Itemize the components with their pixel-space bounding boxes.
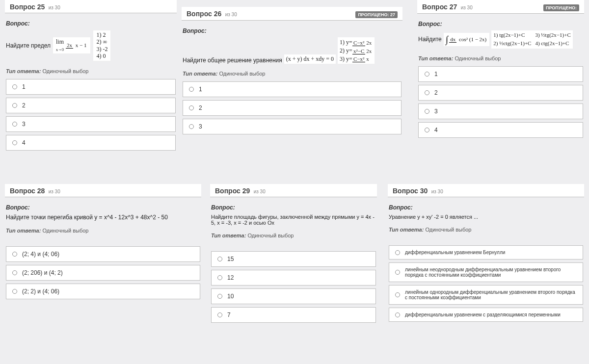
q25-option-3[interactable]: 3 bbox=[6, 116, 176, 132]
skipped-badge: ПРОПУЩЕНО: 27 bbox=[355, 11, 398, 18]
radio-icon bbox=[217, 294, 222, 299]
q30-option-3[interactable]: линейным однородным дифференциальным ура… bbox=[389, 285, 583, 305]
q26-text: Найдите общее решение уравнения bbox=[183, 57, 282, 64]
q27-answers: 1) tg(2x−1)+C3) ½tg(2x−1)+C 2) ½ctg(2x−1… bbox=[491, 30, 572, 49]
q27-prompt: Найдите ∫ dx cos² (1 − 2x) 1) tg(2x−1)+C… bbox=[418, 30, 583, 49]
q29-option-2[interactable]: 12 bbox=[211, 270, 376, 286]
radio-icon bbox=[217, 275, 222, 280]
radio-icon bbox=[425, 109, 429, 114]
q26-option-1[interactable]: 1 bbox=[183, 81, 402, 97]
q30-prompt: Уравнение y + xy' -2 = 0 является ... bbox=[389, 214, 583, 220]
q26-prompt: Найдите общее решение уравнения (x + y) … bbox=[183, 37, 402, 64]
q25-option-2[interactable]: 2 bbox=[6, 98, 176, 113]
q27-option-2[interactable]: 2 bbox=[418, 85, 583, 101]
q25-answers: 1) 2 2) ∞ 3) -2 4) 0 bbox=[93, 30, 111, 61]
question-label: Вопрос: bbox=[6, 20, 176, 27]
q26-number: Вопрос 26 bbox=[187, 10, 221, 18]
radio-icon bbox=[189, 124, 194, 129]
radio-icon bbox=[395, 270, 400, 275]
q27-of: из 30 bbox=[461, 5, 473, 10]
q30-of: из 30 bbox=[431, 189, 443, 194]
q26-header: Вопрос 26 из 30 ПРОПУЩЕНО: 27 bbox=[182, 7, 402, 21]
q29-header: Вопрос 29 из 30 bbox=[210, 184, 377, 197]
q26-option-2[interactable]: 2 bbox=[183, 100, 402, 116]
q29-prompt: Найдите площадь фигуры, заключенной межд… bbox=[211, 214, 376, 226]
answer-type-row: Тип ответа: Одиночный выбор bbox=[6, 228, 200, 234]
radio-icon bbox=[425, 128, 429, 132]
answer-type-row: Тип ответа: Одиночный выбор bbox=[211, 233, 376, 238]
q26-answers: 1) y=C−x²2x 2) y=x²−C2x 3) y=C−x²x bbox=[338, 37, 375, 64]
q26-of: из 30 bbox=[225, 12, 237, 17]
q30-option-4[interactable]: дифференциальным уравнением с разделяющи… bbox=[389, 308, 583, 322]
q28-number: Вопрос 28 bbox=[10, 187, 45, 195]
q27-option-3[interactable]: 3 bbox=[418, 104, 583, 119]
radio-icon bbox=[189, 105, 194, 110]
q28-option-2[interactable]: (2; 206) и (4; 2) bbox=[6, 265, 200, 281]
q25-limit: lim x→0 2x x − 1 bbox=[53, 37, 91, 54]
q27-number: Вопрос 27 bbox=[422, 3, 457, 11]
radio-icon bbox=[12, 84, 17, 89]
radio-icon bbox=[12, 270, 17, 275]
q25-option-1[interactable]: 1 bbox=[6, 79, 176, 95]
radio-icon bbox=[12, 252, 17, 257]
radio-icon bbox=[12, 103, 17, 108]
q28-option-3[interactable]: (2; 2) и (4; 06) bbox=[6, 284, 200, 299]
q25-of: из 30 bbox=[49, 5, 60, 10]
q26-option-3[interactable]: 3 bbox=[183, 119, 402, 134]
answer-type-row: Тип ответа: Одиночный выбор bbox=[418, 55, 583, 61]
q28-header: Вопрос 28 из 30 bbox=[5, 184, 201, 197]
radio-icon bbox=[12, 122, 17, 127]
q25-prompt: Найдите предел lim x→0 2x x − 1 1) 2 2) … bbox=[6, 30, 176, 61]
radio-icon bbox=[425, 90, 429, 95]
q27-text: Найдите bbox=[418, 36, 442, 43]
radio-icon bbox=[12, 140, 17, 145]
radio-icon bbox=[395, 292, 400, 297]
q29-option-4[interactable]: 7 bbox=[211, 307, 376, 323]
question-label: Вопрос: bbox=[418, 21, 583, 27]
q29-option-1[interactable]: 15 bbox=[211, 251, 376, 267]
q28-prompt: Найдите точки перегиба кривой y = x^4 - … bbox=[6, 214, 200, 221]
radio-icon bbox=[217, 312, 222, 317]
q28-option-1[interactable]: (2; 4) и (4; 06) bbox=[6, 246, 200, 262]
radio-icon bbox=[395, 250, 400, 255]
q28-of: из 30 bbox=[49, 189, 60, 194]
radio-icon bbox=[189, 87, 194, 92]
q30-number: Вопрос 30 bbox=[393, 187, 428, 195]
skipped-badge: ПРОПУЩЕНО: bbox=[543, 4, 579, 11]
answer-type-row: Тип ответа: Одиночный выбор bbox=[389, 227, 583, 233]
question-label: Вопрос: bbox=[6, 204, 200, 211]
question-label: Вопрос: bbox=[389, 204, 583, 211]
q29-number: Вопрос 29 bbox=[215, 187, 250, 195]
q29-option-3[interactable]: 10 bbox=[211, 288, 376, 304]
radio-icon bbox=[217, 257, 222, 261]
q25-option-4[interactable]: 4 bbox=[6, 135, 176, 151]
q25-header: Вопрос 25 из 30 bbox=[5, 0, 177, 13]
question-label: Вопрос: bbox=[211, 204, 376, 211]
radio-icon bbox=[12, 289, 17, 294]
question-25-panel: Вопрос 25 из 30 Вопрос: Найдите предел l… bbox=[0, 0, 182, 156]
question-28-panel: Вопрос 28 из 30 Вопрос: Найдите точки пе… bbox=[0, 184, 206, 305]
q30-option-1[interactable]: дифференциальным уравнением Бернулли bbox=[389, 245, 583, 260]
q30-header: Вопрос 30 из 30 bbox=[388, 184, 584, 197]
question-27-panel: Вопрос 27 из 30 ПРОПУЩЕНО: Вопрос: Найди… bbox=[412, 0, 589, 144]
question-30-panel: Вопрос 30 из 30 Вопрос: Уравнение y + xy… bbox=[383, 184, 589, 328]
radio-icon bbox=[395, 312, 400, 317]
q26-equation: (x + y) dx + xdy = 0 bbox=[284, 54, 336, 64]
question-label: Вопрос: bbox=[183, 27, 402, 34]
answer-type-row: Тип ответа: Одиночный выбор bbox=[183, 71, 402, 77]
q29-of: из 30 bbox=[254, 189, 266, 194]
q30-option-2[interactable]: линейным неоднородным дифференциальным у… bbox=[389, 262, 583, 282]
q25-number: Вопрос 25 bbox=[10, 3, 45, 11]
q27-integral: ∫ dx cos² (1 − 2x) bbox=[444, 33, 489, 46]
q27-option-4[interactable]: 4 bbox=[418, 122, 583, 138]
q27-header: Вопрос 27 из 30 ПРОПУЩЕНО: bbox=[417, 0, 584, 14]
q25-prompt-text: Найдите предел bbox=[6, 42, 51, 49]
radio-icon bbox=[425, 72, 429, 77]
q27-option-1[interactable]: 1 bbox=[418, 66, 583, 82]
question-26-panel: Вопрос 26 из 30 ПРОПУЩЕНО: 27 Вопрос: На… bbox=[177, 0, 407, 140]
answer-type-row: Тип ответа: Одиночный выбор bbox=[6, 68, 176, 74]
question-29-panel: Вопрос 29 из 30 Вопрос: Найдите площадь … bbox=[205, 184, 382, 329]
